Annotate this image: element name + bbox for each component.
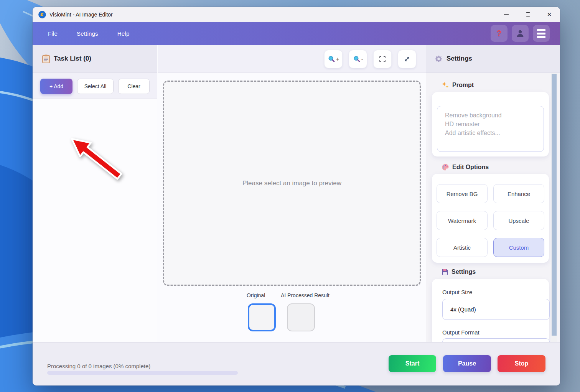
edit-option-upscale[interactable]: Upscale	[493, 211, 544, 230]
image-preview-area[interactable]: Please select an image to preview	[163, 81, 421, 286]
maximize-button[interactable]	[517, 7, 539, 22]
close-button[interactable]: ✕	[539, 7, 560, 22]
red-pointer-arrow	[69, 136, 123, 181]
menu-bar: File Settings Help ?	[33, 22, 560, 45]
settings-content: Prompt Remove background HD remaster Add…	[426, 73, 560, 342]
sparkles-icon	[442, 81, 449, 89]
window-title: VisioMint - AI Image Editor	[49, 12, 113, 18]
edit-option-custom[interactable]: Custom	[493, 238, 544, 257]
zoom-out-button[interactable]: -	[349, 50, 367, 68]
edit-option-remove-bg[interactable]: Remove BG	[437, 184, 488, 203]
output-size-label: Output Size	[442, 289, 472, 295]
window-controls: ✕	[496, 7, 560, 22]
menu-action-buttons: ?	[491, 25, 550, 42]
prompt-input[interactable]: Remove background HD remaster Add artist…	[437, 106, 544, 152]
preview-placeholder-text: Please select an image to preview	[242, 180, 341, 187]
resize-button[interactable]	[398, 50, 416, 68]
output-size-value: 4x (Quad)	[450, 306, 476, 313]
prompt-card: Remove background HD remaster Add artist…	[432, 92, 549, 156]
title-bar: VisioMint - AI Image Editor ✕	[33, 7, 560, 22]
processing-status-text: Processing 0 of 0 images (0% complete)	[47, 363, 150, 369]
edit-option-enhance[interactable]: Enhance	[493, 184, 544, 203]
result-label: AI Processed Result	[281, 292, 330, 298]
settings-panel: Settings Prompt Remove background HD rem…	[426, 45, 560, 342]
maximize-icon	[526, 12, 530, 16]
edit-option-watermark[interactable]: Watermark	[437, 211, 488, 230]
output-size-select[interactable]: 4x (Quad)	[442, 299, 550, 320]
app-window: VisioMint - AI Image Editor ✕ File Setti…	[33, 7, 560, 385]
settings-panel-header: Settings	[426, 45, 560, 73]
task-buttons-row: + Add Select All Clear	[33, 73, 157, 99]
zoom-out-sign: -	[361, 56, 363, 62]
result-thumbnail[interactable]	[287, 303, 315, 331]
palette-icon	[442, 163, 449, 171]
minimize-icon	[504, 14, 509, 15]
progress-bar	[47, 371, 238, 375]
clipboard-icon	[42, 54, 50, 63]
menu-settings[interactable]: Settings	[77, 30, 98, 37]
original-thumbnail[interactable]	[248, 303, 276, 331]
preview-panel: + -	[158, 45, 426, 342]
minimize-button[interactable]	[496, 7, 517, 22]
task-list-panel: Task List (0) + Add Select All Clear	[33, 45, 157, 342]
edit-options-section-label: Edit Options	[442, 163, 489, 171]
original-label: Original	[247, 292, 265, 298]
fit-view-button[interactable]	[373, 50, 392, 68]
prompt-placeholder-line: HD remaster	[445, 120, 544, 128]
close-icon: ✕	[547, 11, 552, 18]
settings-scrollbar[interactable]	[551, 73, 557, 342]
help-button[interactable]: ?	[491, 25, 508, 42]
scrollbar-thumb[interactable]	[552, 74, 557, 336]
question-mark-icon: ?	[496, 28, 501, 38]
edit-options-title: Edit Options	[452, 164, 489, 171]
gear-icon	[435, 55, 443, 63]
pause-button[interactable]: Pause	[443, 355, 491, 372]
fit-brackets-icon	[379, 56, 386, 63]
zoom-in-sign: +	[336, 56, 339, 62]
edit-option-artistic[interactable]: Artistic	[437, 238, 488, 257]
output-settings-section-label: Settings	[442, 268, 476, 275]
clear-button[interactable]: Clear	[118, 79, 150, 94]
user-icon	[516, 29, 525, 38]
task-list-title: Task List (0)	[54, 55, 91, 63]
prompt-placeholder-line: Add artistic effects...	[445, 128, 544, 137]
settings-panel-title: Settings	[447, 55, 472, 63]
prompt-title: Prompt	[452, 82, 474, 89]
stop-button[interactable]: Stop	[498, 355, 545, 372]
output-settings-title: Settings	[451, 268, 476, 275]
status-bar: Processing 0 of 0 images (0% complete) S…	[33, 342, 560, 385]
preview-toolbar: + -	[158, 45, 426, 73]
add-button[interactable]: + Add	[40, 79, 72, 94]
output-format-select[interactable]	[442, 338, 550, 342]
task-list-header: Task List (0)	[33, 45, 157, 73]
zoom-in-button[interactable]: +	[324, 50, 343, 68]
menu-help[interactable]: Help	[117, 30, 130, 37]
hamburger-menu-button[interactable]	[533, 25, 550, 42]
hamburger-icon	[537, 29, 545, 38]
magnifier-icon	[353, 55, 361, 63]
output-format-label: Output Format	[442, 329, 479, 336]
app-logo-icon	[38, 11, 46, 18]
start-button[interactable]: Start	[389, 355, 436, 372]
account-button[interactable]	[512, 25, 529, 42]
prompt-placeholder-line: Remove background	[445, 111, 544, 120]
output-settings-card: Output Size 4x (Quad) Output Format	[432, 279, 549, 342]
menu-file[interactable]: File	[48, 30, 58, 37]
select-all-button[interactable]: Select All	[77, 79, 114, 94]
magnifier-icon	[328, 55, 335, 63]
diagonal-arrow-icon	[404, 56, 410, 63]
floppy-disk-icon	[442, 268, 448, 275]
prompt-section-label: Prompt	[442, 81, 474, 89]
edit-options-card: Remove BG Enhance Watermark Upscale Arti…	[432, 174, 549, 263]
